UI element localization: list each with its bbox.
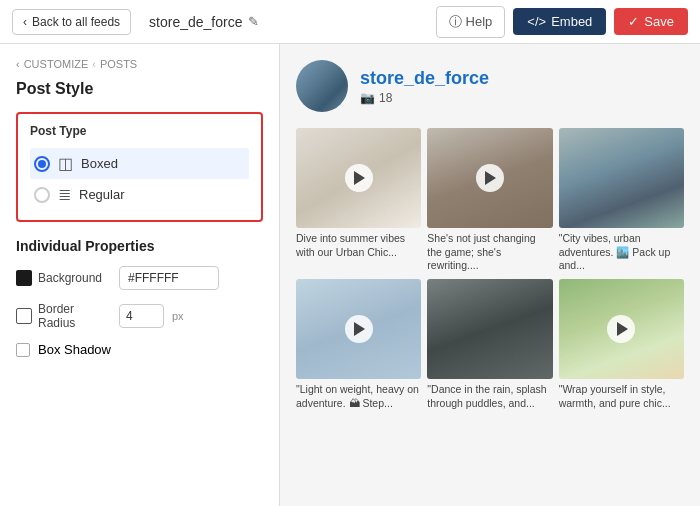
embed-button[interactable]: </> Embed [513,8,606,35]
play-triangle-icon-4 [354,322,365,336]
boxed-icon: ◫ [58,154,73,173]
grid-cell-2: She's not just changing the game; she's … [427,128,552,273]
feed-name: store_de_force ✎ [149,14,259,30]
border-radius-input[interactable] [119,304,164,328]
grid-cell-1: Dive into summer vibes with our Urban Ch… [296,128,421,273]
box-shadow-checkbox-row: Box Shadow [16,342,111,357]
posts-icon: 📷 [360,91,375,105]
individual-props-title: Individual Properties [16,238,263,254]
code-icon: </> [527,14,546,29]
grid-item-2[interactable] [427,128,552,228]
radio-circle-boxed [34,156,50,172]
grid-caption-2: She's not just changing the game; she's … [427,232,552,273]
edit-icon[interactable]: ✎ [248,14,259,29]
profile-meta: 📷 18 [360,91,489,105]
background-row: Background [16,266,263,290]
breadcrumb-posts[interactable]: POSTS [100,58,137,70]
play-triangle-icon [354,171,365,185]
grid-item-4[interactable] [296,279,421,379]
post-type-label: Post Type [30,124,249,138]
play-button-4[interactable] [345,315,373,343]
boxed-label: Boxed [81,156,118,171]
grid-item-5[interactable] [427,279,552,379]
radio-regular[interactable]: ≣ Regular [30,179,249,210]
grid-cell-3: "City vibes, urban adventures. 🏙️ Pack u… [559,128,684,273]
profile-name[interactable]: store_de_force [360,68,489,89]
help-button[interactable]: ⓘ Help [436,6,506,38]
post-type-section: Post Type ◫ Boxed ≣ Regular [16,112,263,222]
play-button-2[interactable] [476,164,504,192]
grid-image-3 [559,128,684,228]
breadcrumb-sep: ‹ [92,58,96,70]
chevron-left-icon: ‹ [23,15,27,29]
background-swatch[interactable] [16,270,32,286]
play-triangle-icon-2 [485,171,496,185]
grid-cell-4: "Light on weight, heavy on adventure. 🏔 … [296,279,421,410]
breadcrumb: ‹ CUSTOMIZE ‹ POSTS [16,58,263,70]
grid-cell-6: "Wrap yourself in style, warmth, and pur… [559,279,684,410]
posts-count: 18 [379,91,392,105]
box-shadow-row: Box Shadow [16,342,263,357]
play-button-1[interactable] [345,164,373,192]
profile-info: store_de_force 📷 18 [360,68,489,105]
question-icon: ⓘ [449,13,462,31]
px-unit: px [172,310,184,322]
check-icon: ✓ [628,14,639,29]
breadcrumb-customize[interactable]: CUSTOMIZE [24,58,89,70]
image-grid: Dive into summer vibes with our Urban Ch… [296,128,684,410]
chevron-breadcrumb-icon: ‹ [16,58,20,70]
grid-item-6[interactable] [559,279,684,379]
grid-caption-1: Dive into summer vibes with our Urban Ch… [296,232,421,259]
back-button[interactable]: ‹ Back to all feeds [12,9,131,35]
border-radius-row: Border Radius px [16,302,263,330]
topbar-right: ⓘ Help </> Embed ✓ Save [436,6,688,38]
box-shadow-checkbox[interactable] [16,343,30,357]
avatar [296,60,348,112]
save-button[interactable]: ✓ Save [614,8,688,35]
border-radius-label: Border Radius [16,302,111,330]
grid-item-3[interactable] [559,128,684,228]
page-title: Post Style [16,80,263,98]
left-panel: ‹ CUSTOMIZE ‹ POSTS Post Style Post Type… [0,44,280,506]
background-label: Background [16,270,111,286]
right-panel: store_de_force 📷 18 Dive into summer vib [280,44,700,506]
grid-cell-5: "Dance in the rain, splash through puddl… [427,279,552,410]
radio-circle-regular [34,187,50,203]
grid-item-1[interactable] [296,128,421,228]
box-shadow-label: Box Shadow [38,342,111,357]
grid-caption-5: "Dance in the rain, splash through puddl… [427,383,552,410]
grid-caption-3: "City vibes, urban adventures. 🏙️ Pack u… [559,232,684,273]
grid-caption-4: "Light on weight, heavy on adventure. 🏔 … [296,383,421,410]
avatar-image [296,60,348,112]
play-triangle-icon-6 [617,322,628,336]
main-layout: ‹ CUSTOMIZE ‹ POSTS Post Style Post Type… [0,44,700,506]
play-button-6[interactable] [607,315,635,343]
topbar: ‹ Back to all feeds store_de_force ✎ ⓘ H… [0,0,700,44]
profile-section: store_de_force 📷 18 [296,60,684,112]
background-input[interactable] [119,266,219,290]
grid-caption-6: "Wrap yourself in style, warmth, and pur… [559,383,684,410]
regular-label: Regular [79,187,125,202]
border-radius-icon [16,308,32,324]
regular-icon: ≣ [58,185,71,204]
radio-boxed[interactable]: ◫ Boxed [30,148,249,179]
grid-image-5 [427,279,552,379]
